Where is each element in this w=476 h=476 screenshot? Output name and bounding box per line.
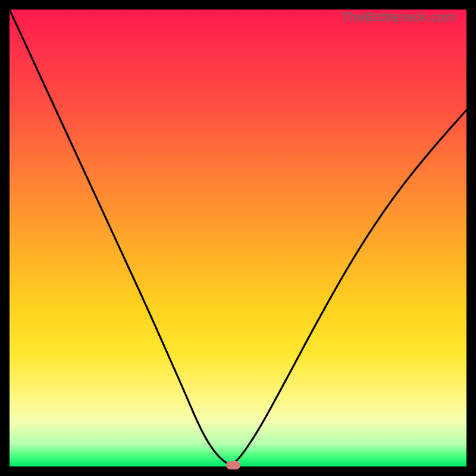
chart-frame: TheBottleneck.com bbox=[0, 0, 476, 476]
bottleneck-curve bbox=[10, 10, 466, 466]
minimum-marker bbox=[226, 461, 240, 469]
plot-area: TheBottleneck.com bbox=[10, 10, 466, 466]
